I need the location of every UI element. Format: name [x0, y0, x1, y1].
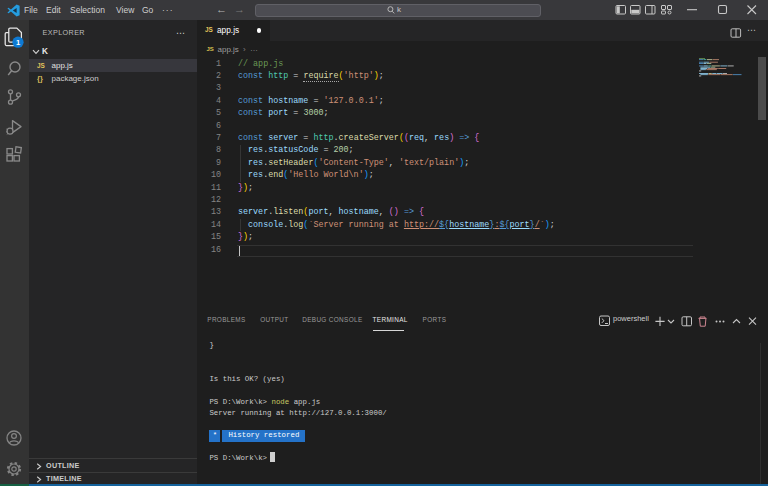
svg-text:1: 1 [16, 38, 20, 47]
